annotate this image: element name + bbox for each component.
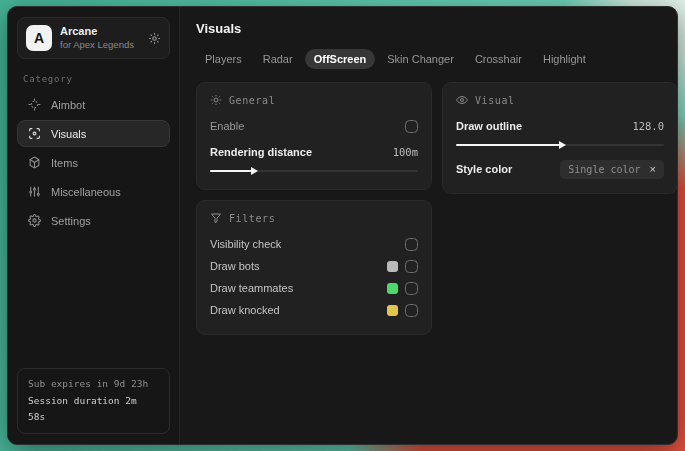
draw-teammates-label: Draw teammates [210,282,293,294]
sidebar-item-items[interactable]: Items [17,149,170,176]
sidebar-item-aimbot[interactable]: Aimbot [17,91,170,118]
panel-filters-header: Filters [210,212,418,224]
crosshair-icon [28,98,41,111]
sidebar-item-label: Aimbot [51,99,85,111]
draw-bots-controls [387,260,418,273]
draw-outline-slider[interactable] [456,140,664,150]
brand-name: Arcane [60,25,134,39]
session-duration-text: Session duration 2m 58s [28,393,159,426]
main-content: Visuals Players Radar OffScreen Skin Cha… [180,7,678,444]
tab-skin-changer[interactable]: Skin Changer [378,49,463,69]
brand-subtitle: for Apex Legends [60,39,134,51]
rendering-distance-slider[interactable] [210,166,418,176]
draw-teammates-color-swatch[interactable] [387,283,398,294]
panel-visual: Visual Draw outline 128.0 Style color Si… [442,82,678,194]
style-color-select[interactable]: Single color × [560,160,664,179]
style-color-label: Style color [456,163,512,175]
draw-teammates-controls [387,282,418,295]
panel-general: General Enable Rendering distance 100m [196,82,432,190]
left-column: General Enable Rendering distance 100m [196,82,432,335]
draw-bots-checkbox[interactable] [405,260,418,273]
enable-row: Enable [210,115,418,137]
eye-scan-icon [28,127,41,140]
panel-visual-header: Visual [456,94,664,106]
sidebar-item-label: Miscellaneous [51,186,121,198]
brand-logo: A [26,25,52,51]
rendering-distance-value: 100m [393,146,418,158]
sidebar-nav: Aimbot Visuals Items [17,91,170,234]
sidebar-item-label: Items [51,157,78,169]
panel-title: Visual [475,95,515,106]
sun-icon [210,94,222,106]
visibility-check-checkbox[interactable] [405,238,418,251]
draw-teammates-checkbox[interactable] [405,282,418,295]
brand-text: Arcane for Apex Legends [60,25,134,51]
brand-card: A Arcane for Apex Legends [17,17,170,59]
enable-checkbox[interactable] [405,120,418,133]
sidebar-item-visuals[interactable]: Visuals [17,120,170,147]
tab-offscreen[interactable]: OffScreen [305,49,376,69]
slider-fill[interactable] [456,144,560,146]
close-icon[interactable]: × [650,164,656,175]
draw-outline-value: 128.0 [632,120,664,132]
page-title: Visuals [196,21,678,36]
gear-icon[interactable] [148,32,161,45]
rendering-distance-label: Rendering distance [210,146,312,158]
style-color-row: Style color Single color × [456,158,664,180]
panel-title: Filters [229,213,275,224]
sidebar: A Arcane for Apex Legends Category [8,7,180,444]
sliders-icon [28,185,41,198]
tab-bar: Players Radar OffScreen Skin Changer Cro… [196,49,678,69]
tab-crosshair[interactable]: Crosshair [466,49,531,69]
package-icon [28,156,41,169]
tab-highlight[interactable]: Highlight [534,49,595,69]
draw-outline-label: Draw outline [456,120,522,132]
draw-bots-label: Draw bots [210,260,260,272]
gear-icon [28,214,41,227]
visibility-check-row: Visibility check [210,233,418,255]
draw-bots-row: Draw bots [210,255,418,277]
sidebar-item-settings[interactable]: Settings [17,207,170,234]
draw-knocked-controls [387,304,418,317]
panel-filters: Filters Visibility check Draw bots [196,200,432,335]
visibility-check-label: Visibility check [210,238,281,250]
panels-area: General Enable Rendering distance 100m [196,82,678,335]
rendering-distance-row: Rendering distance 100m [210,141,418,163]
panel-general-header: General [210,94,418,106]
funnel-icon [210,212,222,224]
draw-knocked-color-swatch[interactable] [387,305,398,316]
draw-outline-row: Draw outline 128.0 [456,115,664,137]
sidebar-item-miscellaneous[interactable]: Miscellaneous [17,178,170,205]
sidebar-item-label: Visuals [51,128,86,140]
draw-knocked-checkbox[interactable] [405,304,418,317]
slider-fill[interactable] [210,170,252,172]
enable-label: Enable [210,120,244,132]
eye-icon [456,94,468,106]
sub-expires-text: Sub expires in 9d 23h [28,376,159,393]
subscription-card: Sub expires in 9d 23h Session duration 2… [17,368,170,434]
panel-title: General [229,95,275,106]
tab-players[interactable]: Players [196,49,251,69]
sidebar-item-label: Settings [51,215,91,227]
style-color-value: Single color [568,164,640,175]
draw-knocked-label: Draw knocked [210,304,280,316]
right-column: Visual Draw outline 128.0 Style color Si… [442,82,678,194]
draw-teammates-row: Draw teammates [210,277,418,299]
tab-radar[interactable]: Radar [254,49,302,69]
draw-bots-color-swatch[interactable] [387,261,398,272]
category-label: Category [23,74,164,84]
arcane-window: A Arcane for Apex Legends Category [7,6,678,445]
draw-knocked-row: Draw knocked [210,299,418,321]
